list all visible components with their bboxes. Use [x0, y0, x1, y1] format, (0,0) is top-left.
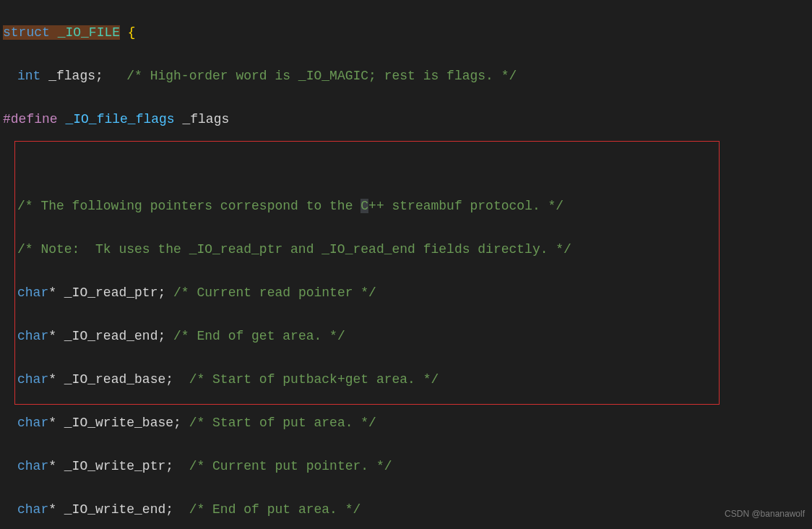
- comment: /* Start of put area. */: [181, 416, 376, 430]
- keyword: char: [17, 285, 48, 300]
- field: * _IO_read_base;: [48, 372, 173, 387]
- code-editor[interactable]: struct _IO_FILE { int _flags; /* High-or…: [0, 0, 812, 529]
- comment: /* End of put area. */: [173, 502, 360, 517]
- field: * _IO_read_ptr;: [48, 285, 165, 300]
- code-line[interactable]: /* The following pointers correspond to …: [0, 195, 812, 217]
- cursor: C: [360, 199, 368, 213]
- code-line[interactable]: char* _IO_write_ptr; /* Current put poin…: [0, 455, 812, 477]
- code-line[interactable]: /* Note: Tk uses the _IO_read_ptr and _I…: [0, 238, 812, 260]
- comment: /* Start of putback+get area. */: [173, 372, 439, 387]
- comment: /* Note: Tk uses the _IO_read_ptr and _I…: [17, 242, 571, 257]
- keyword: struct: [3, 25, 50, 40]
- comment: /* The following pointers correspond to …: [17, 199, 563, 213]
- keyword: char: [17, 416, 48, 430]
- code-line[interactable]: char* _IO_write_end; /* End of put area.…: [0, 499, 812, 520]
- comment: /* Current read pointer */: [165, 285, 376, 300]
- keyword: int: [17, 69, 40, 83]
- code-line[interactable]: char* _IO_write_base; /* Start of put ar…: [0, 412, 812, 434]
- brace: {: [120, 25, 136, 40]
- code-line[interactable]: char* _IO_read_ptr; /* Current read poin…: [0, 282, 812, 304]
- field: * _IO_write_base;: [48, 416, 181, 430]
- comment-text: ++ streambuf protocol. */: [368, 199, 563, 213]
- code-line[interactable]: [0, 152, 812, 173]
- code-line[interactable]: char* _IO_read_base; /* Start of putback…: [0, 369, 812, 390]
- field: * _IO_read_end;: [48, 329, 165, 343]
- comment-text: /* The following pointers correspond to …: [17, 199, 360, 213]
- macro-name: _IO_file_flags: [65, 112, 174, 126]
- keyword: char: [17, 502, 48, 517]
- keyword: char: [17, 459, 48, 473]
- comment: /* High-order word is _IO_MAGIC; rest is…: [103, 69, 517, 83]
- field: _flags;: [40, 69, 103, 83]
- code-line[interactable]: struct _IO_FILE {: [0, 22, 812, 43]
- ident: _flags: [175, 112, 230, 126]
- preprocessor: #define: [3, 112, 65, 126]
- field: * _IO_write_end;: [48, 502, 173, 517]
- code-line[interactable]: int _flags; /* High-order word is _IO_MA…: [0, 65, 812, 87]
- keyword: char: [17, 372, 48, 387]
- code-line[interactable]: char* _IO_read_end; /* End of get area. …: [0, 325, 812, 347]
- comment: /* Current put pointer. */: [173, 459, 392, 473]
- comment: /* End of get area. */: [165, 329, 345, 343]
- field: * _IO_write_ptr;: [48, 459, 173, 473]
- code-line[interactable]: #define _IO_file_flags _flags: [0, 108, 812, 130]
- keyword: char: [17, 329, 48, 343]
- watermark: CSDN @bananawolf: [725, 503, 805, 525]
- type-name: _IO_FILE: [58, 25, 120, 40]
